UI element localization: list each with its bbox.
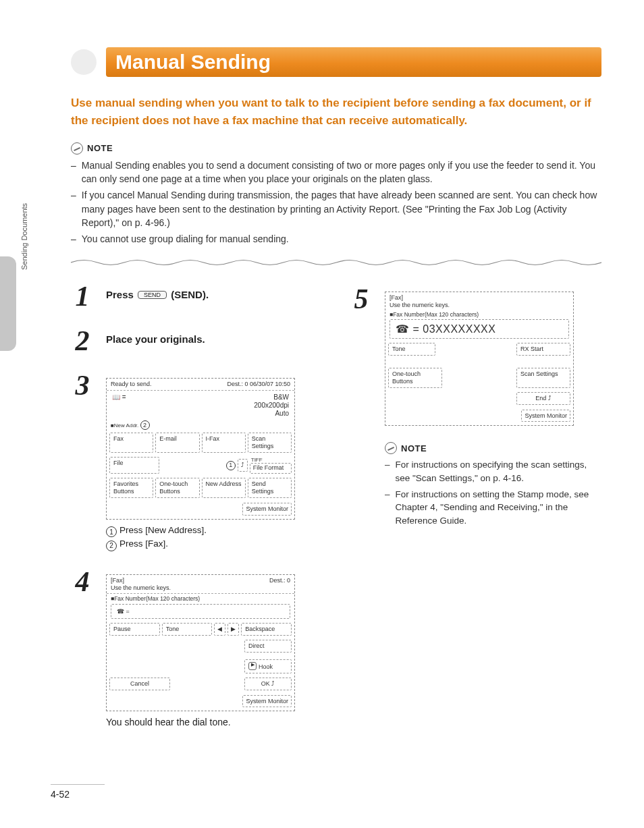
lcd-screen-4: [Fax] Use the numeric keys. Dest.: 0 ■Fa…	[106, 574, 295, 712]
dash-icon: –	[71, 159, 76, 186]
system-monitor-button[interactable]: System Monitor	[242, 503, 292, 516]
callout-1-icon: 1	[226, 461, 236, 470]
direct-button[interactable]: Direct	[244, 640, 292, 653]
system-monitor-button[interactable]: System Monitor	[521, 410, 570, 422]
hook-button[interactable]: Hook	[244, 659, 292, 673]
note-header: NOTE	[385, 442, 601, 454]
screen-meta: 200x200dpi	[254, 402, 289, 409]
callout-2-icon: 2	[140, 420, 150, 430]
right-note-block: NOTE –For instructions on specifying the…	[385, 442, 601, 527]
rx-start-button[interactable]: RX Start	[516, 343, 570, 356]
fax-number-readout[interactable]: ☎ = 03XXXXXXXX	[390, 319, 569, 339]
page-content: Manual Sending Use manual sending when y…	[0, 0, 644, 771]
screen-hint: Use the numeric keys.	[390, 302, 450, 308]
note-icon	[71, 142, 83, 155]
title-gradient-bar: Manual Sending	[106, 47, 601, 77]
backspace-button[interactable]: Backspace	[241, 623, 292, 636]
end-button[interactable]: End ⤴	[516, 392, 570, 405]
onetouch-button[interactable]: One-touch Buttons	[155, 478, 199, 498]
note-item: For instructions on specifying the scan …	[396, 458, 601, 485]
end-label: End	[535, 395, 546, 402]
return-icon[interactable]: ⤴	[238, 459, 248, 472]
send-settings-button[interactable]: Send Settings	[248, 478, 292, 498]
step-3-legend: 1Press [New Address]. 2Press [Fax].	[106, 524, 323, 551]
page-number: 4-52	[51, 784, 105, 800]
note-item: Manual Sending enables you to send a doc…	[82, 159, 601, 186]
circled-2-icon: 2	[106, 541, 117, 551]
step-4-body: [Fax] Use the numeric keys. Dest.: 0 ■Fa…	[106, 568, 323, 728]
screen-hint: Use the numeric keys.	[111, 584, 171, 591]
dash-icon: –	[385, 458, 390, 485]
screen-dest: Dest.: 0	[269, 577, 290, 592]
title-bullet-icon	[71, 49, 97, 75]
side-margin-bar	[0, 256, 16, 351]
ifax-button[interactable]: I-Fax	[202, 433, 246, 453]
circled-1-icon: 1	[106, 526, 117, 537]
step-4-caption: You should hear the dial tone.	[106, 717, 323, 727]
left-column: 1 Press SEND (SEND). 2 Place your origin…	[71, 282, 323, 744]
step-3: 3 Ready to send. Dest.: 0 06/30/07 10:50…	[71, 371, 323, 551]
step-number: 3	[71, 371, 94, 399]
top-note-list: –Manual Sending enables you to send a do…	[71, 159, 601, 246]
onetouch-button[interactable]: One-touch Buttons	[388, 368, 442, 388]
tone-button[interactable]: Tone	[388, 343, 435, 356]
step-5: 5 [Fax] Use the numeric keys. ■Fax Numbe…	[350, 285, 601, 426]
screen-meta: B&W	[273, 393, 289, 401]
ok-button[interactable]: OK ⤴	[244, 678, 292, 690]
scan-settings-button[interactable]: Scan Settings	[516, 368, 570, 388]
readout-icon: 📖 =	[112, 393, 126, 418]
note-header: NOTE	[71, 142, 601, 155]
step-5-body: [Fax] Use the numeric keys. ■Fax Number(…	[385, 285, 601, 426]
screen-datetime: Dest.: 0 06/30/07 10:50	[227, 381, 290, 388]
cancel-button[interactable]: Cancel	[109, 678, 170, 690]
file-format-button[interactable]: File Format	[250, 463, 292, 474]
hook-icon	[248, 662, 257, 670]
send-key-icon: SEND	[138, 291, 167, 299]
step-2-text: Place your originals.	[106, 327, 323, 345]
screen-status: Ready to send.	[111, 381, 152, 388]
step-4: 4 [Fax] Use the numeric keys. Dest.: 0 ■…	[71, 568, 323, 728]
step-number: 5	[350, 285, 373, 313]
legend-text: Press [New Address].	[119, 525, 207, 535]
scan-settings-button[interactable]: Scan Settings	[248, 433, 292, 453]
screen-meta: Auto	[275, 410, 289, 417]
ok-label: OK	[261, 680, 270, 687]
pause-button[interactable]: Pause	[109, 623, 160, 636]
wave-separator	[71, 258, 601, 267]
new-address-button[interactable]: New Address	[202, 478, 246, 498]
step-number: 2	[71, 327, 94, 355]
page-title: Manual Sending	[115, 51, 271, 74]
step-1-suffix: (SEND).	[168, 289, 209, 300]
step-1-prefix: Press	[106, 289, 136, 300]
tone-button[interactable]: Tone	[162, 623, 213, 636]
note-item: For instructions on setting the Stamp mo…	[396, 488, 601, 528]
note-item: If you cancel Manual Sending during tran…	[82, 188, 601, 229]
fax-button[interactable]: Fax	[109, 433, 153, 453]
lcd-screen-5: [Fax] Use the numeric keys. ■Fax Number(…	[385, 292, 574, 426]
step-3-body: Ready to send. Dest.: 0 06/30/07 10:50 📖…	[106, 371, 323, 551]
screen-title: [Fax]	[390, 294, 403, 301]
fax-num-label: ■Fax Number(Max 120 characters)	[385, 311, 573, 319]
favorites-button[interactable]: Favorites Buttons	[109, 478, 153, 498]
fax-num-label: ■Fax Number(Max 120 characters)	[107, 594, 294, 603]
lcd-screen-3: Ready to send. Dest.: 0 06/30/07 10:50 📖…	[106, 378, 295, 519]
note-item: You cannot use group dialing for manual …	[82, 232, 289, 246]
file-button[interactable]: File	[109, 457, 159, 474]
intro-paragraph: Use manual sending when you want to talk…	[71, 94, 601, 130]
right-arrow-button[interactable]: ▶	[227, 623, 239, 636]
step-number: 1	[71, 282, 94, 310]
right-note-list: –For instructions on specifying the scan…	[385, 458, 601, 527]
note-label: NOTE	[401, 443, 427, 453]
dash-icon: –	[71, 188, 76, 229]
section-tab-label: Sending Documents	[20, 203, 28, 270]
step-1: 1 Press SEND (SEND).	[71, 282, 323, 310]
email-button[interactable]: E-mail	[155, 433, 199, 453]
dash-icon: –	[385, 488, 390, 528]
fax-number-field[interactable]: ☎ =	[111, 604, 290, 619]
system-monitor-button[interactable]: System Monitor	[242, 695, 292, 708]
left-arrow-button[interactable]: ◀	[214, 623, 225, 636]
two-column-layout: 1 Press SEND (SEND). 2 Place your origin…	[71, 282, 601, 744]
note-icon	[385, 442, 397, 454]
title-band: Manual Sending	[71, 47, 601, 77]
step-1-text: Press SEND (SEND).	[106, 282, 323, 300]
